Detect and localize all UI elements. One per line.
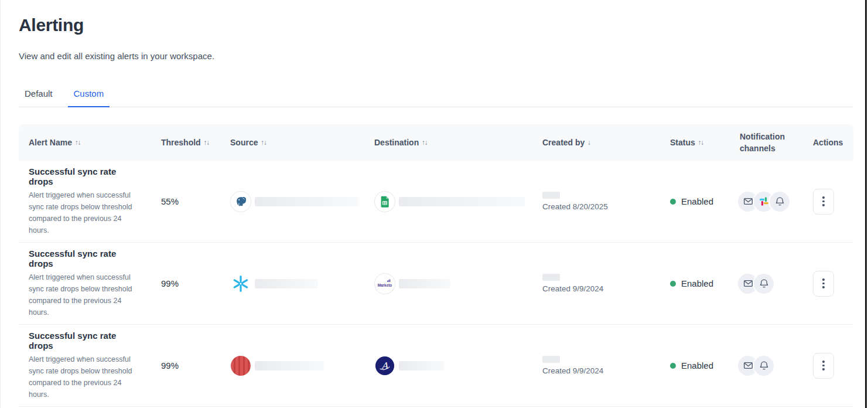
sort-icon: ↑↓ xyxy=(204,138,210,148)
marketo-icon: Marketo xyxy=(374,273,395,294)
actions-cell xyxy=(803,347,853,385)
redacted-source-name xyxy=(255,197,358,206)
tab-default[interactable]: Default xyxy=(19,84,59,107)
alert-name: Successful sync rate drops xyxy=(29,166,143,186)
alert-name: Successful sync rate drops xyxy=(29,331,143,351)
notification-channels-cell xyxy=(730,268,803,300)
redacted-creator-name xyxy=(542,274,560,281)
sort-icon: ↑↓ xyxy=(698,138,704,148)
alert-name-cell: Successful sync rate drops Alert trigger… xyxy=(19,243,151,324)
redacted-source-name xyxy=(255,361,324,370)
redacted-source-name xyxy=(255,279,318,288)
redacted-creator-name xyxy=(542,192,560,199)
destination-cell: A xyxy=(364,349,532,382)
alerting-page: Alerting View and edit all existing aler… xyxy=(1,0,868,407)
redacted-destination-name xyxy=(399,361,444,370)
screen-right-edge xyxy=(865,0,867,408)
sort-icon: ↑↓ xyxy=(261,138,266,148)
threshold-value: 99% xyxy=(151,355,220,376)
alert-name-cell: Successful sync rate drops Alert trigger… xyxy=(19,325,151,406)
threshold-value: 55% xyxy=(151,191,220,212)
column-header-notification-channels: Notification channels xyxy=(730,124,803,161)
alert-name: Successful sync rate drops xyxy=(29,249,143,268)
bell-channel-icon xyxy=(754,274,774,294)
sort-icon: ↑↓ xyxy=(422,138,428,148)
postgresql-icon xyxy=(230,191,251,212)
bell-channel-icon xyxy=(770,192,790,212)
created-by-cell: Created 9/9/2024 xyxy=(532,350,660,381)
status-dot-icon xyxy=(670,199,676,205)
status-badge: Enabled xyxy=(681,196,713,206)
status-cell: Enabled xyxy=(660,273,730,294)
svg-text:Marketo: Marketo xyxy=(378,283,392,287)
threshold-value: 99% xyxy=(151,273,220,294)
source-cell xyxy=(220,349,364,382)
status-badge: Enabled xyxy=(681,361,713,370)
alert-description: Alert triggered when successful sync rat… xyxy=(29,271,143,318)
source-cell xyxy=(220,267,364,300)
amplitude-icon: A xyxy=(374,355,395,376)
alert-row: Successful sync rate drops Alert trigger… xyxy=(19,325,853,407)
created-date: Created 9/9/2024 xyxy=(542,284,654,293)
table-header-row: Alert Name ↑↓ Threshold ↑↓ Source ↑↓ Des… xyxy=(19,124,853,161)
redacted-destination-name xyxy=(399,279,450,288)
column-header-destination[interactable]: Destination ↑↓ xyxy=(364,124,532,161)
actions-cell xyxy=(803,265,853,302)
page-subtitle: View and edit all existing alerts in you… xyxy=(19,51,853,61)
created-date: Created 8/20/2025 xyxy=(542,202,654,211)
alerts-table: Alert Name ↑↓ Threshold ↑↓ Source ↑↓ Des… xyxy=(19,124,853,407)
status-badge: Enabled xyxy=(681,278,713,288)
column-header-status[interactable]: Status ↑↓ xyxy=(660,124,730,161)
status-dot-icon xyxy=(670,281,676,287)
sort-icon: ↓ xyxy=(587,138,590,148)
column-header-actions: Actions xyxy=(803,124,853,161)
alert-row: Successful sync rate drops Alert trigger… xyxy=(19,161,853,243)
created-date: Created 9/9/2024 xyxy=(542,366,654,375)
tab-bar: Default Custom xyxy=(19,84,853,107)
column-header-created-by[interactable]: Created by ↓ xyxy=(532,124,660,161)
actions-cell xyxy=(803,183,853,220)
created-by-cell: Created 9/9/2024 xyxy=(532,268,660,299)
created-by-cell: Created 8/20/2025 xyxy=(532,186,660,217)
column-header-source[interactable]: Source ↑↓ xyxy=(220,124,364,161)
destination-cell xyxy=(364,185,532,218)
column-header-alert-name[interactable]: Alert Name ↑↓ xyxy=(19,124,151,161)
alert-name-cell: Successful sync rate drops Alert trigger… xyxy=(19,161,151,242)
red-striped-database-icon xyxy=(230,355,251,376)
row-actions-button[interactable] xyxy=(813,353,834,379)
column-header-threshold[interactable]: Threshold ↑↓ xyxy=(151,124,220,161)
snowflake-icon xyxy=(230,273,251,294)
redacted-destination-name xyxy=(399,197,525,206)
page-title: Alerting xyxy=(19,15,853,35)
alert-description: Alert triggered when successful sync rat… xyxy=(29,353,143,400)
status-cell: Enabled xyxy=(660,355,730,376)
google-sheets-icon xyxy=(374,191,395,212)
sort-icon: ↑↓ xyxy=(75,138,81,148)
tab-custom[interactable]: Custom xyxy=(68,84,110,107)
notification-channels-cell xyxy=(730,350,803,382)
redacted-creator-name xyxy=(542,356,560,363)
alert-row: Successful sync rate drops Alert trigger… xyxy=(19,243,853,325)
row-actions-button[interactable] xyxy=(813,189,834,215)
status-cell: Enabled xyxy=(660,191,730,212)
bell-channel-icon xyxy=(754,356,774,376)
source-cell xyxy=(220,185,364,218)
row-actions-button[interactable] xyxy=(813,271,834,297)
notification-channels-cell xyxy=(730,186,803,217)
alert-description: Alert triggered when successful sync rat… xyxy=(29,189,143,236)
destination-cell: Marketo xyxy=(364,267,532,300)
status-dot-icon xyxy=(670,363,676,369)
